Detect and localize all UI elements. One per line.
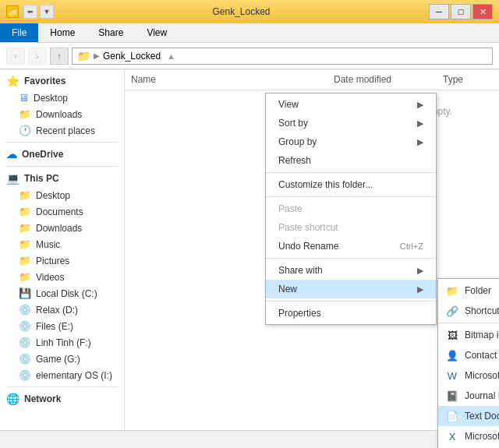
- submenu-item-label: Bitmap image: [465, 330, 499, 340]
- sidebar-item-label: elementary OS (I:): [36, 370, 112, 381]
- submenu-item-word[interactable]: W Microsoft Word Document: [438, 365, 499, 386]
- excel-icon: X: [446, 430, 458, 443]
- onedrive-icon: ☁: [6, 148, 17, 161]
- col-name: Name: [125, 71, 327, 88]
- sidebar-group-onedrive[interactable]: ☁ OneDrive: [0, 146, 124, 163]
- submenu-item-contact[interactable]: 👤 Contact: [438, 345, 499, 365]
- sidebar-item-label: Files (E:): [36, 321, 73, 332]
- sidebar-section-onedrive: ☁ OneDrive: [0, 146, 124, 163]
- close-button[interactable]: ✕: [472, 4, 493, 19]
- address-bar: ‹ › ↑ 📁 ▶ Genk_Locked ▲: [0, 43, 499, 69]
- local-disk-icon: 💾: [19, 287, 31, 299]
- path-folder-icon: 📁: [77, 50, 90, 62]
- path-segment: Genk_Locked: [103, 51, 161, 62]
- back-button[interactable]: ‹: [6, 48, 25, 65]
- forward-button[interactable]: ›: [28, 48, 47, 65]
- sidebar-group-favorites[interactable]: ⭐ Favorites: [0, 72, 124, 90]
- tab-share[interactable]: Share: [87, 23, 135, 42]
- sidebar-item-music[interactable]: 📁 Music: [0, 236, 124, 252]
- submenu-item-excel[interactable]: X Microsoft Excel Worksheet: [438, 426, 499, 446]
- pc-downloads-icon: 📁: [19, 222, 31, 234]
- submenu-item-label: Folder: [465, 285, 491, 296]
- sidebar-group-network[interactable]: 🌐 Network: [0, 390, 124, 407]
- sidebar-item-desktop[interactable]: 🖥 Desktop: [0, 90, 124, 106]
- submenu-item-label: Contact: [465, 350, 497, 361]
- tab-file[interactable]: File: [0, 23, 38, 42]
- sidebar-item-pc-downloads[interactable]: 📁 Downloads: [0, 220, 124, 236]
- content-header: Name Date modified Type: [125, 69, 499, 90]
- quick-access-btn2[interactable]: ▼: [40, 5, 54, 19]
- sidebar-item-relax[interactable]: 💿 Relax (D:): [0, 302, 124, 318]
- menu-item-share[interactable]: Share with ▶: [266, 261, 436, 280]
- recent-icon: 🕐: [19, 125, 31, 136]
- menu-item-customize[interactable]: Customize this folder...: [266, 175, 436, 194]
- ribbon: File Home Share View: [0, 23, 499, 43]
- sidebar-item-recent[interactable]: 🕐 Recent places: [0, 122, 124, 139]
- up-button[interactable]: ↑: [50, 48, 69, 65]
- menu-item-paste-shortcut[interactable]: Paste shortcut: [266, 218, 436, 237]
- sidebar-group-thispc[interactable]: 💻 This PC: [0, 170, 124, 187]
- sidebar-item-label: Downloads: [36, 109, 82, 120]
- menu-item-sort[interactable]: Sort by ▶: [266, 114, 436, 132]
- arrow-icon: ▶: [417, 137, 423, 147]
- network-label: Network: [24, 393, 61, 404]
- sidebar-item-pictures[interactable]: 📁 Pictures: [0, 252, 124, 269]
- favorites-icon: ⭐: [6, 75, 19, 87]
- relax-icon: 💿: [19, 304, 31, 316]
- sidebar-item-local-disk[interactable]: 💾 Local Disk (C:): [0, 285, 124, 302]
- title-bar: 📁 ⬅ ▼ Genk_Locked ─ □ ✕: [0, 0, 499, 23]
- sidebar-item-label: Linh Tinh (F:): [36, 337, 91, 348]
- shortcut-label: Ctrl+Z: [400, 242, 423, 251]
- sidebar-item-documents[interactable]: 📁 Documents: [0, 203, 124, 220]
- submenu-item-label: Shortcut: [465, 305, 499, 316]
- favorites-label: Favorites: [24, 76, 65, 86]
- sidebar-item-label: Music: [36, 239, 60, 250]
- sidebar-item-elementary[interactable]: 💿 elementary OS (I:): [0, 367, 124, 383]
- videos-icon: 📁: [19, 271, 31, 283]
- submenu-item-folder[interactable]: 📁 Folder: [438, 280, 499, 301]
- downloads-icon: 📁: [19, 108, 31, 120]
- thispc-label: This PC: [24, 173, 59, 184]
- tab-home[interactable]: Home: [38, 23, 87, 42]
- menu-separator-4: [266, 301, 436, 302]
- sidebar-item-game[interactable]: 💿 Game (G:): [0, 351, 124, 367]
- submenu-item-bitmap[interactable]: 🖼 Bitmap image: [438, 325, 499, 345]
- col-date: Date modified: [327, 71, 437, 88]
- onedrive-label: OneDrive: [22, 149, 63, 160]
- menu-item-properties[interactable]: Properties: [266, 304, 436, 323]
- contact-icon: 👤: [446, 349, 458, 362]
- menu-item-group[interactable]: Group by ▶: [266, 132, 436, 151]
- menu-item-paste[interactable]: Paste: [266, 199, 436, 218]
- menu-item-view[interactable]: View ▶: [266, 95, 436, 114]
- sidebar-item-downloads[interactable]: 📁 Downloads: [0, 106, 124, 122]
- sidebar-item-linh-tinh[interactable]: 💿 Linh Tinh (F:): [0, 334, 124, 351]
- menu-item-refresh[interactable]: Refresh: [266, 151, 436, 170]
- minimize-button[interactable]: ─: [429, 4, 449, 19]
- window-controls: ─ □ ✕: [429, 4, 493, 19]
- game-icon: 💿: [19, 353, 31, 365]
- submenu-item-journal[interactable]: 📓 Journal Document: [438, 386, 499, 406]
- submenu-item-text[interactable]: 📄 Text Document: [438, 406, 499, 426]
- menu-item-undo[interactable]: Undo Rename Ctrl+Z: [266, 237, 436, 256]
- thispc-icon: 💻: [6, 172, 19, 185]
- sidebar-item-videos[interactable]: 📁 Videos: [0, 269, 124, 285]
- sidebar-section-thispc: 💻 This PC 📁 Desktop 📁 Documents 📁 Downlo…: [0, 170, 124, 383]
- submenu-separator: [438, 323, 499, 323]
- quick-access-btn[interactable]: ⬅: [23, 5, 37, 19]
- tab-view[interactable]: View: [135, 23, 179, 42]
- submenu-item-shortcut[interactable]: 🔗 Shortcut: [438, 301, 499, 321]
- submenu-item-label: Journal Document: [465, 390, 499, 401]
- sidebar-item-pc-desktop[interactable]: 📁 Desktop: [0, 187, 124, 203]
- menu-item-new[interactable]: New ▶: [266, 280, 436, 298]
- shortcut-icon: 🔗: [446, 305, 458, 317]
- music-icon: 📁: [19, 238, 31, 250]
- context-menu: View ▶ Sort by ▶ Group by ▶ Refresh Cust…: [265, 93, 437, 325]
- arrow-icon: ▶: [417, 118, 423, 129]
- sidebar-section-favorites: ⭐ Favorites 🖥 Desktop 📁 Downloads 🕐 Rece…: [0, 72, 124, 139]
- submenu-item-label: Microsoft Excel Worksheet: [465, 431, 499, 442]
- sidebar-item-files-e[interactable]: 💿 Files (E:): [0, 318, 124, 334]
- address-path[interactable]: 📁 ▶ Genk_Locked ▲: [72, 48, 493, 65]
- maximize-button[interactable]: □: [451, 4, 471, 19]
- elementary-icon: 💿: [19, 369, 31, 381]
- sidebar-item-label: Local Disk (C:): [36, 288, 97, 299]
